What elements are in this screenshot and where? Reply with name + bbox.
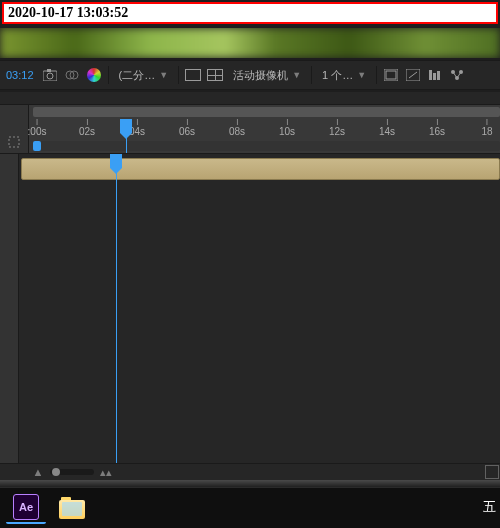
svg-rect-8: [429, 70, 432, 80]
pixel-aspect-icon[interactable]: [405, 67, 421, 83]
region-of-interest-icon[interactable]: [185, 67, 201, 83]
viewer-toolbar: 03:12 (二分… ▼ 活动摄像机 ▼ 1 个… ▼: [0, 60, 500, 90]
ruler-tick: 10s: [279, 119, 295, 137]
svg-rect-2: [47, 69, 51, 72]
camera-view-dropdown[interactable]: 活动摄像机 ▼: [229, 65, 305, 85]
ruler-tick: :00s: [28, 119, 47, 137]
folder-icon: [59, 497, 85, 519]
timeline-content[interactable]: [19, 154, 500, 463]
color-management-icon[interactable]: [86, 67, 102, 83]
preview-content: [0, 28, 500, 58]
timeline-ruler-row: :00s02s04s06s08s10s12s14s16s18: [0, 105, 500, 154]
separator: [178, 66, 179, 84]
timestamp-text: 2020-10-17 13:03:52: [8, 5, 128, 20]
ruler-tick: 18: [481, 119, 492, 137]
fast-preview-icon[interactable]: [427, 67, 443, 83]
work-area-bar[interactable]: [33, 141, 500, 151]
views-count-dropdown[interactable]: 1 个… ▼: [318, 65, 370, 85]
current-time-display[interactable]: 03:12: [4, 69, 36, 81]
ruler-tick: 14s: [379, 119, 395, 137]
separator: [311, 66, 312, 84]
zoom-slider[interactable]: [50, 469, 94, 475]
comp-end-marker[interactable]: [484, 467, 500, 477]
views-count-label: 1 个…: [322, 68, 353, 83]
ruler-tick: 02s: [79, 119, 95, 137]
toggle-switches-icon[interactable]: ▲: [30, 467, 46, 477]
ruler-tick: 06s: [179, 119, 195, 137]
ruler-tick: 16s: [429, 119, 445, 137]
timeline-gutter[interactable]: [0, 105, 29, 153]
zoom-to-fit-icon[interactable]: ▴▴: [98, 467, 114, 477]
camera-view-label: 活动摄像机: [233, 68, 288, 83]
timeline-panel: :00s02s04s06s08s10s12s14s16s18 ▲ ▴▴: [0, 92, 500, 480]
svg-rect-14: [9, 137, 19, 147]
timeline-header: [0, 92, 500, 105]
work-area-start-handle[interactable]: [33, 141, 41, 151]
transparency-grid-icon[interactable]: [207, 67, 223, 83]
timeline-tracks-area: [0, 154, 500, 463]
timeline-icon[interactable]: [449, 67, 465, 83]
taskbar-app-file-explorer[interactable]: [52, 493, 92, 523]
svg-rect-9: [433, 73, 436, 80]
ruler-tick: 12s: [329, 119, 345, 137]
playhead-handle[interactable]: [120, 119, 132, 133]
playhead-handle[interactable]: [110, 154, 122, 168]
chevron-down-icon: ▼: [357, 70, 366, 80]
ime-indicator[interactable]: 五: [483, 498, 496, 516]
snapshot-icon[interactable]: [42, 67, 58, 83]
view-layout-icon[interactable]: [383, 67, 399, 83]
timeline-footer: ▲ ▴▴: [0, 463, 500, 480]
separator: [376, 66, 377, 84]
ruler-tick: 08s: [229, 119, 245, 137]
ruler-ticks: :00s02s04s06s08s10s12s14s16s18: [33, 119, 500, 139]
resolution-dropdown[interactable]: (二分… ▼: [115, 65, 173, 85]
windows-taskbar: Ae: [0, 487, 500, 528]
playhead-ruler[interactable]: [126, 119, 127, 153]
composition-preview: [0, 28, 500, 58]
time-navigator-bar[interactable]: [33, 107, 500, 117]
svg-rect-10: [437, 71, 440, 80]
zoom-knob[interactable]: [52, 468, 60, 476]
playhead[interactable]: [116, 154, 117, 463]
layer-duration-bar[interactable]: [21, 158, 500, 180]
timeline-left-gutter: [0, 154, 19, 463]
svg-point-1: [47, 73, 53, 79]
timestamp-overlay: 2020-10-17 13:03:52: [2, 2, 498, 24]
chevron-down-icon: ▼: [159, 70, 168, 80]
resolution-label: (二分…: [119, 68, 156, 83]
separator: [108, 66, 109, 84]
layer-bar-row[interactable]: [21, 158, 500, 180]
ae-app-icon: Ae: [13, 494, 39, 520]
taskbar-app-after-effects[interactable]: Ae: [6, 492, 46, 524]
chevron-down-icon: ▼: [292, 70, 301, 80]
timeline-ruler[interactable]: :00s02s04s06s08s10s12s14s16s18: [29, 105, 500, 153]
svg-rect-6: [386, 71, 396, 79]
channel-icon[interactable]: [64, 67, 80, 83]
